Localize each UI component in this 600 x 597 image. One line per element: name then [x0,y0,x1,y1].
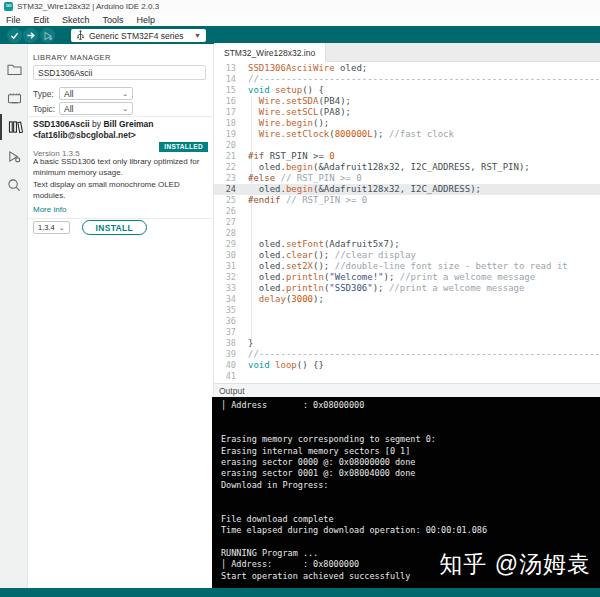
code-line-37[interactable]: 37 [214,327,600,338]
output-panel-header[interactable]: Output [214,383,600,397]
line-number: 15 [214,85,236,96]
line-number: 35 [214,305,236,316]
tab-sketch[interactable]: STM32_Wire128x32.ino [214,43,326,62]
code-line-14[interactable]: 14//------------------------------------… [214,74,600,85]
line-content: #endif // RST_PIN >= 0 [248,195,367,206]
terminal-line [221,491,600,502]
code-line-30[interactable]: 30 oled.clear(); //clear display [214,250,600,261]
line-content: //--------------------------------------… [248,74,600,85]
line-number: 19 [214,129,236,140]
sidebar-item-library-manager[interactable] [0,114,28,140]
code-line-18[interactable]: 18 Wire.begin(); [214,118,600,129]
topic-filter-label: Topic: [33,104,55,114]
line-number: 40 [214,360,236,371]
code-line-25[interactable]: 25#endif // RST_PIN >= 0 [214,195,600,206]
line-content: Wire.begin(); [248,118,329,129]
line-number: 21 [214,151,236,162]
line-number: 29 [214,239,236,250]
code-line-38[interactable]: 38} [214,338,600,349]
line-content: delay(3000); [248,294,324,305]
library-search-input[interactable] [33,65,206,80]
menu-item-edit[interactable]: Edit [34,15,50,25]
line-content: #else // RST_PIN >= 0 [248,173,362,184]
code-line-32[interactable]: 32 oled.println("Welcome!"); //print a w… [214,272,600,283]
code-line-22[interactable]: 22 oled.begin(&Adafruit128x32, I2C_ADDRE… [214,162,600,173]
code-line-36[interactable]: 36 [214,316,600,327]
window-title: STM32_Wire128x32 | Arduino IDE 2.0.3 [17,2,159,11]
activity-bar [0,44,28,588]
debug-icon [43,31,53,41]
code-line-35[interactable]: 35 [214,305,600,316]
line-content: oled.clear(); //clear display [248,250,416,261]
upload-button[interactable] [23,28,38,43]
code-line-39[interactable]: 39//------------------------------------… [214,349,600,360]
terminal-line [221,503,600,514]
terminal-line: File download complete [221,514,600,525]
code-line-27[interactable]: 27 [214,217,600,228]
library-description-1: A basic SSD1306 text only library optimi… [33,156,207,178]
line-number: 25 [214,195,236,206]
sidebar-item-search[interactable] [0,172,28,198]
install-button[interactable]: INSTALL [82,220,147,235]
line-content: oled.setFont(Adafruit5x7); [248,239,400,250]
chevron-down-icon: ⌄ [122,105,128,113]
menu-item-tools[interactable]: Tools [103,15,124,25]
more-info-link[interactable]: More info [33,205,207,214]
sidebar-item-debug[interactable] [0,143,28,169]
sidebar-item-sketchbook[interactable] [0,56,28,82]
code-editor[interactable]: STM32_Wire128x32.ino 13SSD1306AsciiWire … [214,43,600,383]
code-line-15[interactable]: 15void setup() { [214,85,600,96]
status-bar [0,588,600,597]
line-number: 20 [214,140,236,151]
line-number: 36 [214,316,236,327]
line-number: 41 [214,371,236,382]
folder-icon [7,63,22,76]
topic-filter-select[interactable]: All ⌄ [59,102,133,115]
code-line-40[interactable]: 40void loop() {} [214,360,600,371]
code-line-29[interactable]: 29 oled.setFont(Adafruit5x7); [214,239,600,250]
chevron-down-icon: ⌄ [122,90,128,98]
code-line-33[interactable]: 33 oled.println("SSD306"); //print a wel… [214,283,600,294]
code-lines: 13SSD1306AsciiWire oled;14//------------… [214,63,600,382]
menu-item-sketch[interactable]: Sketch [62,15,90,25]
board-selector[interactable]: Generic STM32F4 series ▼ [71,29,206,42]
line-number: 23 [214,173,236,184]
code-line-20[interactable]: 20 [214,140,600,151]
type-filter-label: Type: [33,89,54,99]
code-line-17[interactable]: 17 Wire.setSCL(PA8); [214,107,600,118]
code-line-31[interactable]: 31 oled.set2X(); //double-line font size… [214,261,600,272]
menu-item-file[interactable]: File [6,15,21,25]
code-line-34[interactable]: 34 delay(3000); [214,294,600,305]
code-line-19[interactable]: 19 Wire.setClock(800000L); //fast clock [214,129,600,140]
code-line-13[interactable]: 13SSD1306AsciiWire oled; [214,63,600,74]
code-line-41[interactable]: 41 [214,371,600,382]
code-line-26[interactable]: 26 [214,206,600,217]
type-filter-select[interactable]: All ⌄ [59,87,133,100]
code-line-21[interactable]: 21#if RST_PIN >= 0 [214,151,600,162]
line-content: #if RST_PIN >= 0 [248,151,335,162]
menu-item-help[interactable]: Help [137,15,156,25]
output-terminal[interactable]: │ Address : 0x08000000Erasing memory cor… [212,397,600,588]
verify-button[interactable] [7,28,22,43]
line-number: 16 [214,96,236,107]
line-number: 22 [214,162,236,173]
line-number: 14 [214,74,236,85]
library-version-select[interactable]: 1.3.4 ⌄ [33,221,70,234]
type-filter-value: All [64,89,73,99]
watermark-text: 知乎 @汤姆袁 [439,549,591,580]
search-icon [7,178,21,192]
line-number: 30 [214,250,236,261]
code-line-16[interactable]: 16 Wire.setSDA(PB4); [214,96,600,107]
output-label: Output [219,386,245,396]
debug-button[interactable] [40,28,55,43]
line-content: oled.begin(&Adafruit128x32, I2C_ADDRESS)… [248,184,481,195]
code-line-28[interactable]: 28 [214,228,600,239]
line-number: 33 [214,283,236,294]
line-number: 13 [214,63,236,74]
code-line-23[interactable]: 23#else // RST_PIN >= 0 [214,173,600,184]
sidebar-item-boards-manager[interactable] [0,85,28,111]
line-content: Wire.setSCL(PA8); [248,107,351,118]
code-line-24[interactable]: 24 oled.begin(&Adafruit128x32, I2C_ADDRE… [214,184,600,195]
line-number: 24 [214,184,236,195]
terminal-line: erasing sector 0000 @: 0x08000000 done [221,457,600,468]
